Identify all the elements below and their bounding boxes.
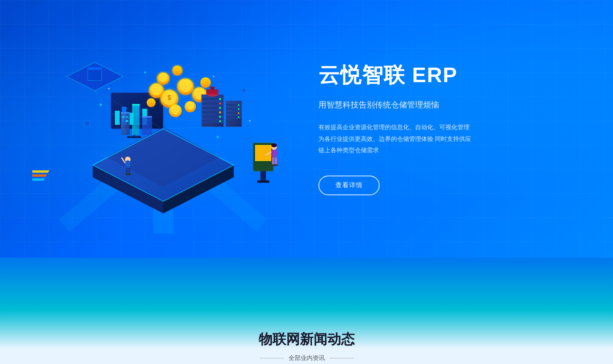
svg-point-75 — [238, 116, 239, 118]
svg-point-74 — [238, 112, 239, 114]
svg-text:$: $ — [168, 94, 171, 101]
svg-rect-108 — [85, 121, 89, 126]
svg-point-73 — [238, 108, 239, 110]
svg-rect-21 — [127, 136, 141, 138]
svg-point-44 — [186, 102, 194, 110]
svg-point-49 — [147, 98, 156, 107]
svg-point-63 — [219, 120, 221, 122]
news-section-title: 物联网新闻动态 — [0, 330, 613, 349]
svg-rect-80 — [257, 180, 269, 183]
news-section: 物联网新闻动态 全部业内资讯 云悦智联平台具备哪些功能优势？ 06 物联卡管理平… — [0, 310, 613, 364]
svg-rect-29 — [132, 104, 139, 105]
svg-rect-24 — [122, 116, 125, 118]
svg-point-62 — [219, 116, 221, 118]
svg-point-36 — [179, 79, 192, 92]
svg-rect-98 — [88, 67, 102, 70]
hero-detail-button[interactable]: 查看详情 — [318, 176, 380, 195]
transition-section — [0, 258, 613, 310]
svg-point-83 — [271, 143, 277, 147]
svg-point-58 — [219, 98, 221, 100]
svg-rect-27 — [126, 120, 128, 122]
svg-rect-13 — [32, 178, 45, 181]
svg-rect-92 — [128, 168, 130, 174]
svg-rect-25 — [126, 116, 128, 118]
svg-point-40 — [170, 105, 180, 115]
svg-point-47 — [172, 66, 182, 75]
hero-text-block: 云悦智联 ERP 用智慧科技告别传统仓储管理烦恼 有效提高企业资源化管理的信息化… — [294, 62, 581, 195]
svg-rect-91 — [126, 168, 128, 174]
svg-point-106 — [144, 72, 146, 74]
svg-point-48 — [200, 77, 211, 88]
svg-rect-93 — [125, 174, 128, 175]
svg-rect-28 — [132, 105, 139, 135]
svg-rect-87 — [274, 164, 278, 166]
svg-rect-109 — [242, 89, 246, 93]
svg-rect-12 — [32, 174, 47, 177]
svg-rect-30 — [142, 117, 152, 135]
svg-rect-85 — [275, 157, 277, 165]
svg-rect-11 — [32, 170, 49, 173]
hero-subtitle: 用智慧科技告别传统仓储管理烦恼 — [318, 99, 581, 110]
svg-rect-79 — [260, 171, 266, 181]
svg-rect-31 — [142, 116, 152, 118]
hero-section: $ — [0, 0, 613, 258]
svg-point-103 — [108, 88, 110, 89]
svg-point-72 — [238, 104, 239, 106]
svg-rect-94 — [128, 174, 131, 175]
hero-description: 有效提高企业资源化管理的信息化、自动化、可视化管理 为各行业提供更高效、边界的仓… — [318, 122, 472, 156]
news-header: 物联网新闻动态 全部业内资讯 — [0, 330, 613, 362]
svg-rect-23 — [121, 112, 130, 114]
svg-rect-65 — [206, 89, 218, 94]
svg-point-61 — [219, 112, 221, 114]
svg-point-59 — [219, 103, 221, 105]
svg-point-90 — [125, 160, 131, 168]
svg-point-46 — [159, 73, 168, 82]
svg-point-102 — [100, 103, 102, 106]
svg-rect-66 — [210, 87, 214, 90]
svg-point-38 — [151, 84, 162, 95]
hero-illustration: $ — [32, 24, 294, 234]
hero-content: $ — [0, 24, 613, 234]
svg-point-60 — [219, 107, 221, 109]
svg-point-104 — [216, 136, 219, 138]
svg-point-107 — [213, 76, 214, 77]
svg-rect-84 — [272, 157, 274, 165]
hero-title: 云悦智联 ERP — [318, 62, 581, 87]
svg-point-105 — [249, 120, 251, 122]
svg-rect-86 — [272, 164, 275, 166]
svg-rect-97 — [88, 68, 102, 81]
news-subtitle: 全部业内资讯 — [0, 354, 613, 362]
svg-rect-26 — [122, 120, 125, 122]
